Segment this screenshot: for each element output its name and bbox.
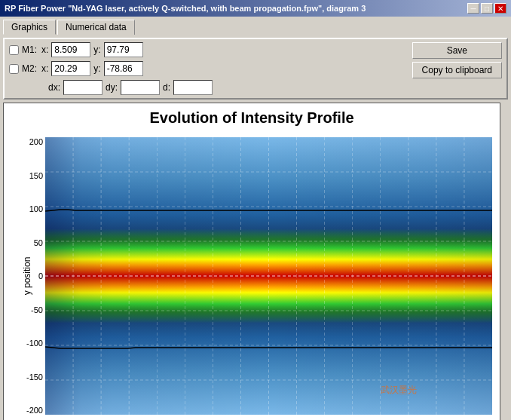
tab-graphics[interactable]: Graphics <box>3 20 56 35</box>
close-button[interactable]: ✕ <box>494 3 506 14</box>
marker-m1-row: M1: x: y: <box>9 42 213 57</box>
y-tick-n100: -100 <box>19 339 43 348</box>
m1-x-input[interactable] <box>51 42 90 57</box>
chart-title: Evolution of Intensity Profile <box>4 103 500 130</box>
y-tick-100: 100 <box>19 204 43 213</box>
action-buttons: Save Copy to clipboard <box>412 42 502 78</box>
window-body: Graphics Numerical data M1: x: y: M2: x:… <box>0 17 511 420</box>
m2-x-input[interactable] <box>51 61 90 76</box>
tab-bar: Graphics Numerical data <box>3 20 508 35</box>
m2-checkbox[interactable] <box>9 64 19 74</box>
y-tick-50: 50 <box>19 238 43 247</box>
watermark: 武汉墨光 <box>381 385 417 395</box>
y-tick-n200: -200 <box>19 406 43 415</box>
maximize-button[interactable]: □ <box>481 3 493 14</box>
heatmap-svg: 武汉墨光 <box>45 137 492 415</box>
m1-checkbox[interactable] <box>9 45 19 55</box>
m2-label: M2: <box>22 63 38 74</box>
m2-y-input[interactable] <box>104 61 143 76</box>
save-button[interactable]: Save <box>412 42 502 59</box>
window-title: RP Fiber Power "Nd-YAG laser, actively Q… <box>5 4 366 13</box>
m2-x-label: x: <box>41 63 48 74</box>
m2-y-label: y: <box>93 63 100 74</box>
d-input[interactable] <box>173 80 213 95</box>
m1-y-input[interactable] <box>104 42 143 57</box>
window-controls: ─ □ ✕ <box>467 3 506 14</box>
minimize-button[interactable]: ─ <box>467 3 479 14</box>
y-tick-0: 0 <box>19 271 43 281</box>
m1-y-label: y: <box>93 44 100 55</box>
d-label: d: <box>163 82 170 93</box>
y-ticks: 200 150 100 50 0 -50 -100 -150 -200 <box>19 137 43 415</box>
toolbar: M1: x: y: M2: x: y: dx: dy: <box>3 38 508 100</box>
y-tick-200: 200 <box>19 137 43 146</box>
dy-label: dy: <box>106 82 118 93</box>
delta-row: dx: dy: d: <box>9 80 213 95</box>
dx-label: dx: <box>48 82 60 93</box>
copy-button[interactable]: Copy to clipboard <box>412 62 502 78</box>
chart-container: Evolution of Intensity Profile y positio… <box>3 103 500 420</box>
tab-numerical-data[interactable]: Numerical data <box>57 20 135 35</box>
dx-input[interactable] <box>63 80 103 95</box>
y-tick-n50: -50 <box>19 305 43 314</box>
m1-label: M1: <box>22 44 38 55</box>
m1-x-label: x: <box>41 44 48 55</box>
heatmap-area: 武汉墨光 <box>45 137 492 415</box>
title-bar: RP Fiber Power "Nd-YAG laser, actively Q… <box>0 0 511 17</box>
marker-m2-row: M2: x: y: <box>9 61 213 76</box>
y-tick-n150: -150 <box>19 372 43 382</box>
markers-section: M1: x: y: M2: x: y: dx: dy: <box>9 42 213 95</box>
y-tick-150: 150 <box>19 171 43 180</box>
dy-input[interactable] <box>121 80 160 95</box>
top-boundary-line <box>45 210 492 211</box>
